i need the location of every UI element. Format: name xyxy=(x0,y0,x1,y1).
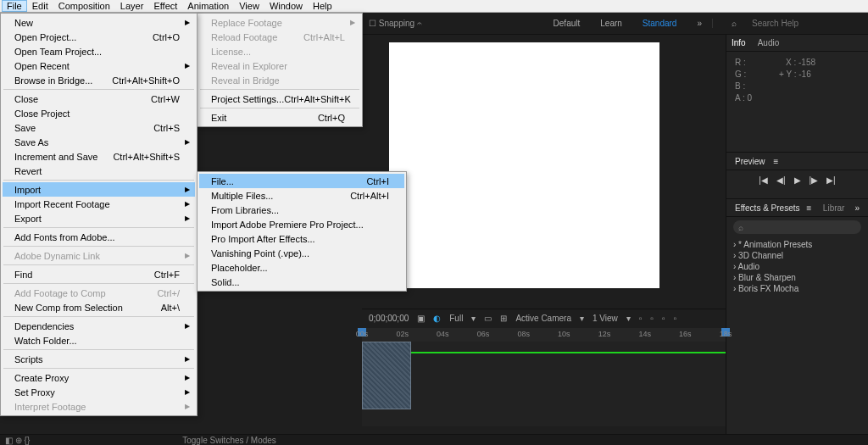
separator xyxy=(3,316,194,317)
workspace-default[interactable]: Default xyxy=(543,19,591,28)
menu-item-save[interactable]: SaveCtrl+S xyxy=(3,120,195,135)
file-submenu-upper[interactable]: Replace Footage▶Reload FootageCtrl+Alt+L… xyxy=(197,13,363,127)
last-frame-icon[interactable]: ▶| xyxy=(826,175,836,185)
menu-item-watch-folder[interactable]: Watch Folder... xyxy=(3,333,195,348)
menu-item-save-as[interactable]: Save As▶ xyxy=(3,135,195,149)
guides-icon[interactable]: ⊞ xyxy=(500,314,507,323)
menu-composition[interactable]: Composition xyxy=(53,1,115,11)
tl-icon-4[interactable]: ▫ xyxy=(673,314,676,323)
search-help-input[interactable] xyxy=(752,19,860,28)
workspace-learn[interactable]: Learn xyxy=(590,19,632,28)
tl-icon-3[interactable]: ▫ xyxy=(662,314,665,323)
info-values: R : G : B : A : 0 X : -158 + Y : -16 xyxy=(726,52,868,109)
file-menu[interactable]: New▶Open Project...Ctrl+OOpen Team Proje… xyxy=(0,13,198,416)
menu-item-scripts[interactable]: Scripts▶ xyxy=(3,352,195,366)
effects-panel-header[interactable]: Effects & Presets ≡ Librar » xyxy=(726,198,868,217)
info-panel-tabs[interactable]: Info Audio xyxy=(726,35,868,52)
menubar[interactable]: FileEditCompositionLayerEffectAnimationV… xyxy=(0,0,868,13)
menu-item-find[interactable]: FindCtrl+F xyxy=(3,267,195,281)
preview-panel-header[interactable]: Preview ≡ xyxy=(726,152,868,170)
effect-category[interactable]: › * Animation Presets xyxy=(733,239,861,250)
menu-help[interactable]: Help xyxy=(308,1,337,11)
menu-item-open-recent[interactable]: Open Recent▶ xyxy=(3,58,195,73)
menu-item-import-adobe-premiere-pro-project[interactable]: Import Adobe Premiere Pro Project... xyxy=(199,217,404,231)
menu-item-solid[interactable]: Solid... xyxy=(199,275,404,289)
menu-view[interactable]: View xyxy=(234,1,264,11)
status-icon[interactable]: ◧ ⊕ {} xyxy=(5,436,30,445)
play-icon[interactable]: ▶ xyxy=(794,175,801,185)
prev-frame-icon[interactable]: ◀| xyxy=(776,175,786,185)
effects-search[interactable]: ⌕ xyxy=(733,220,861,234)
tab-audio[interactable]: Audio xyxy=(758,38,780,47)
import-submenu[interactable]: File...Ctrl+IMultiple Files...Ctrl+Alt+I… xyxy=(197,171,407,292)
grid-icon[interactable]: ▭ xyxy=(484,314,492,323)
menu-item-export[interactable]: Export▶ xyxy=(3,211,195,225)
mask-icon[interactable]: ◐ xyxy=(433,314,441,323)
menu-item-create-proxy[interactable]: Create Proxy▶ xyxy=(3,370,195,385)
menu-item-file[interactable]: File...Ctrl+I xyxy=(199,174,404,188)
work-area-bar[interactable] xyxy=(362,352,726,353)
menu-edit[interactable]: Edit xyxy=(27,1,53,11)
menu-item-new-comp-from-selection[interactable]: New Comp from SelectionAlt+\ xyxy=(3,300,195,314)
tl-icon-2[interactable]: ▫ xyxy=(650,314,654,323)
overflow-icon[interactable]: » xyxy=(687,19,712,28)
menu-item-set-proxy[interactable]: Set Proxy▶ xyxy=(3,385,195,399)
effect-category[interactable]: › 3D Channel xyxy=(733,250,861,261)
menu-item-project-settings[interactable]: Project Settings...Ctrl+Alt+Shift+K xyxy=(199,92,360,106)
menu-item-browse-in-bridge[interactable]: Browse in Bridge...Ctrl+Alt+Shift+O xyxy=(3,73,195,87)
menu-item-dependencies[interactable]: Dependencies▶ xyxy=(3,319,195,333)
first-frame-icon[interactable]: |◀ xyxy=(759,175,768,185)
menu-item-from-libraries[interactable]: From Libraries... xyxy=(199,203,404,217)
menu-item-increment-and-save[interactable]: Increment and SaveCtrl+Alt+Shift+S xyxy=(3,149,195,164)
menu-item-placeholder[interactable]: Placeholder... xyxy=(199,260,404,275)
timeline-tracks[interactable] xyxy=(362,342,726,426)
snapshot-icon[interactable]: ▣ xyxy=(417,314,425,323)
effect-category[interactable]: › Blur & Sharpen xyxy=(733,272,861,283)
panel-menu-icon[interactable]: ≡ xyxy=(807,203,812,213)
next-frame-icon[interactable]: |▶ xyxy=(810,175,819,185)
timeline-clip[interactable] xyxy=(362,342,411,409)
menu-layer[interactable]: Layer xyxy=(115,1,149,11)
search-help-wrap[interactable]: ⌕ xyxy=(712,19,868,28)
time-display[interactable]: 0;00;00;00 xyxy=(369,314,409,323)
effects-list[interactable]: › * Animation Presets› 3D Channel› Audio… xyxy=(726,237,868,296)
menu-item-vanishing-point-vpe[interactable]: Vanishing Point (.vpe)... xyxy=(199,246,404,260)
menu-item-add-fonts-from-adobe[interactable]: Add Fonts from Adobe... xyxy=(3,230,195,244)
tab-libraries[interactable]: Librar xyxy=(823,203,845,213)
menu-item-pro-import-after-effects[interactable]: Pro Import After Effects... xyxy=(199,231,404,246)
menu-item-new[interactable]: New▶ xyxy=(3,15,195,30)
menu-effect[interactable]: Effect xyxy=(148,1,182,11)
menu-item-revert[interactable]: Revert xyxy=(3,164,195,178)
overflow-icon[interactable]: » xyxy=(854,203,860,213)
menu-item-open-project[interactable]: Open Project...Ctrl+O xyxy=(3,30,195,44)
workspace-switcher[interactable]: Default Learn Standard » ⌕ xyxy=(543,19,868,28)
menu-file[interactable]: File xyxy=(2,0,27,12)
timeline-viewer-controls[interactable]: 0;00;00;00 ▣ ◐ Full ▾ ▭ ⊞ Active Camera▾… xyxy=(362,309,726,326)
effect-category[interactable]: › Audio xyxy=(733,261,861,272)
submenu-arrow-icon: ▶ xyxy=(185,252,190,259)
timeline-ruler[interactable]: 00s02s04s06s08s10s12s14s16s18s xyxy=(362,328,726,342)
menu-item-close-project[interactable]: Close Project xyxy=(3,106,195,120)
snapping-checkbox[interactable]: ☐ Snapping 𝄐 xyxy=(362,19,429,29)
effect-category[interactable]: › Boris FX Mocha xyxy=(733,283,861,294)
menu-item-multiple-files[interactable]: Multiple Files...Ctrl+Alt+I xyxy=(199,188,404,203)
composition-canvas[interactable] xyxy=(389,42,659,288)
preview-controls[interactable]: |◀ ◀| ▶ |▶ ▶| xyxy=(726,170,868,190)
menu-item-import-recent-footage[interactable]: Import Recent Footage▶ xyxy=(3,197,195,211)
menu-item-import[interactable]: Import▶ xyxy=(3,182,195,197)
menu-item-close[interactable]: CloseCtrl+W xyxy=(3,92,195,106)
tab-info[interactable]: Info xyxy=(732,38,746,47)
panel-menu-icon[interactable]: ≡ xyxy=(774,157,779,166)
toggle-switches-button[interactable]: Toggle Switches / Modes xyxy=(182,436,276,445)
camera-dropdown[interactable]: Active Camera xyxy=(515,314,571,323)
menu-item-open-team-project[interactable]: Open Team Project... xyxy=(3,44,195,58)
tl-icon-1[interactable]: ▫ xyxy=(639,314,643,323)
view-dropdown[interactable]: 1 View xyxy=(593,314,618,323)
workspace-standard[interactable]: Standard xyxy=(632,19,687,28)
effects-search-input[interactable] xyxy=(743,223,856,232)
timeline-panel[interactable]: 0;00;00;00 ▣ ◐ Full ▾ ▭ ⊞ Active Camera▾… xyxy=(362,309,726,434)
menu-animation[interactable]: Animation xyxy=(182,1,234,11)
menu-item-exit[interactable]: ExitCtrl+Q xyxy=(199,110,360,125)
menu-window[interactable]: Window xyxy=(264,1,308,11)
resolution-dropdown[interactable]: Full xyxy=(449,314,463,323)
